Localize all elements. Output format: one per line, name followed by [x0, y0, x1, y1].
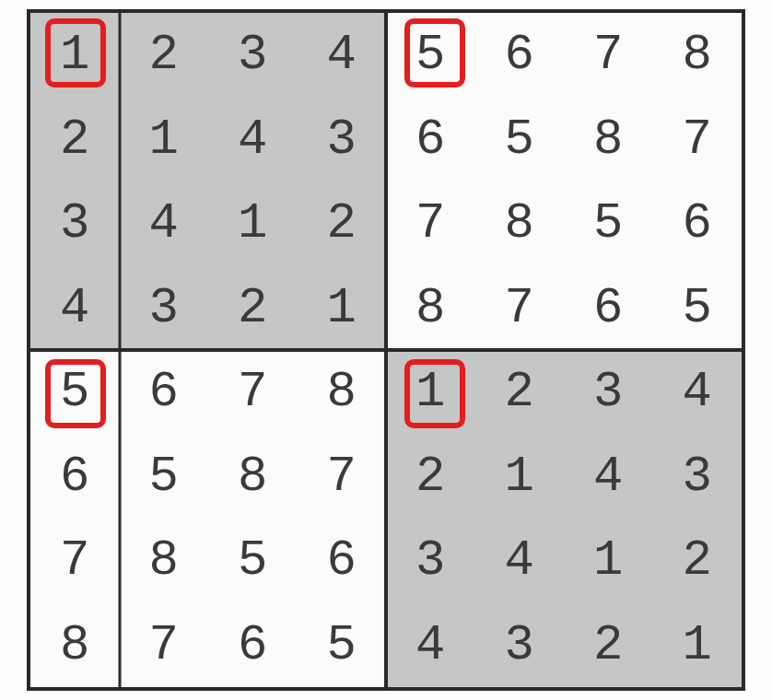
grid-cell: 8 — [120, 519, 209, 603]
grid-cell: 2 — [653, 519, 743, 603]
grid-cell: 4 — [475, 519, 565, 603]
grid-cell: 5 — [386, 13, 475, 98]
grid-cell: 6 — [30, 435, 120, 519]
grid-cell: 4 — [653, 350, 743, 435]
grid-cell: 6 — [564, 266, 653, 351]
grid-cell: 4 — [208, 98, 298, 182]
grid-cell: 7 — [653, 98, 743, 182]
grid-cell: 7 — [30, 519, 120, 603]
grid-cell: 4 — [386, 603, 475, 688]
grid-cell: 1 — [30, 13, 120, 98]
grid-cell: 5 — [208, 519, 298, 603]
grid-cell: 5 — [30, 350, 120, 435]
grid-cell: 4 — [30, 266, 120, 351]
grid-cell: 5 — [298, 603, 387, 688]
grid-cell: 3 — [564, 350, 653, 435]
grid-cell: 8 — [208, 435, 298, 519]
grid-cell: 1 — [564, 519, 653, 603]
grid-cell: 3 — [30, 181, 120, 266]
grid-cell: 5 — [120, 435, 209, 519]
grid-cell: 2 — [564, 603, 653, 688]
grid-cell: 5 — [653, 266, 743, 351]
grid-cell: 8 — [564, 98, 653, 182]
grid-cell: 1 — [653, 603, 743, 688]
grid-cell: 2 — [475, 350, 565, 435]
grid-cell: 8 — [298, 350, 387, 435]
grid-cell: 5 — [475, 98, 565, 182]
grid-cell: 4 — [120, 181, 209, 266]
grid-cell: 2 — [30, 98, 120, 182]
grid-cell: 2 — [298, 181, 387, 266]
grid-cell: 4 — [564, 435, 653, 519]
grid-cell: 2 — [120, 13, 209, 98]
grid-cell: 1 — [120, 98, 209, 182]
grid-cell: 1 — [208, 181, 298, 266]
grid-cell: 6 — [653, 181, 743, 266]
grid-cell: 3 — [208, 13, 298, 98]
grid-cell: 8 — [475, 181, 565, 266]
grid-cell: 8 — [30, 603, 120, 688]
grid-cell: 3 — [386, 519, 475, 603]
grid-cell: 7 — [386, 181, 475, 266]
grid-cell: 3 — [475, 603, 565, 688]
grid-cell: 1 — [386, 350, 475, 435]
grid-cell: 7 — [475, 266, 565, 351]
grid-cell: 8 — [653, 13, 743, 98]
grid-cell: 1 — [298, 266, 387, 351]
grid-cell: 7 — [564, 13, 653, 98]
grid-cell: 1 — [475, 435, 565, 519]
grid-cell: 7 — [120, 603, 209, 688]
grid-cell: 6 — [386, 98, 475, 182]
grid-cell: 2 — [208, 266, 298, 351]
grid-cell: 7 — [208, 350, 298, 435]
grid-cell: 6 — [475, 13, 565, 98]
grid-cell: 4 — [298, 13, 387, 98]
grid-cell: 3 — [298, 98, 387, 182]
column-separator — [118, 13, 121, 687]
grid-cell: 2 — [386, 435, 475, 519]
grid-cell: 3 — [653, 435, 743, 519]
grid-cell: 6 — [208, 603, 298, 688]
grid-cell: 3 — [120, 266, 209, 351]
number-grid: 1234567821436587341278564321876556781234… — [27, 9, 745, 691]
grid-cell: 8 — [386, 266, 475, 351]
grid-cell: 5 — [564, 181, 653, 266]
grid-cell: 7 — [298, 435, 387, 519]
grid-cell: 6 — [298, 519, 387, 603]
grid-cell: 6 — [120, 350, 209, 435]
